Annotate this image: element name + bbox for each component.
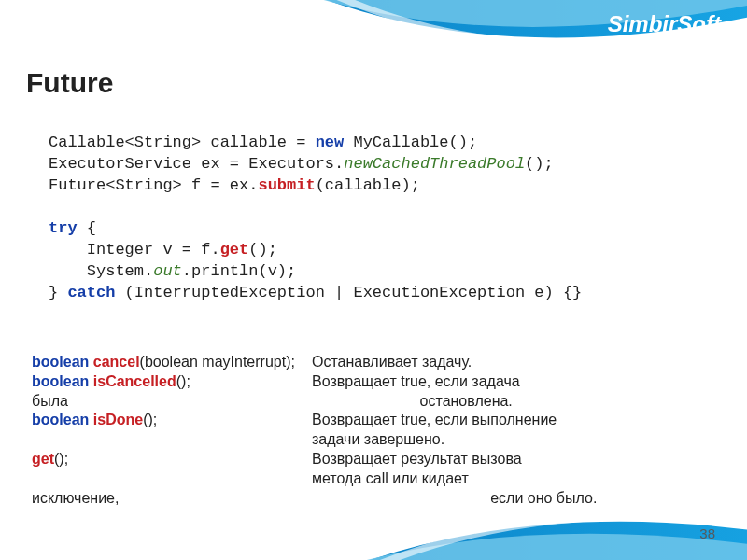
api-cont-left: исключение, — [32, 489, 312, 509]
api-cont-left: была — [32, 392, 312, 412]
code-text: System. — [49, 262, 153, 280]
table-row: исключение, если оно было. — [32, 489, 698, 509]
table-row: была остановлена. — [32, 392, 698, 412]
api-desc: Останавливает задачу. — [312, 353, 698, 372]
api-desc: Возвращает true, если выполнение — [312, 411, 698, 430]
brand-logo: SimbirSoft — [608, 11, 721, 37]
return-type: boolean — [32, 412, 93, 427]
table-row: boolean isDone(); Возвращает true, если … — [32, 411, 698, 430]
table-row: boolean isCancelled(); Возвращает true, … — [32, 372, 698, 392]
api-desc: Возвращает результат вызова — [312, 450, 698, 469]
code-text: MyCallable(); — [344, 133, 477, 151]
method-name: cancel — [93, 354, 140, 370]
field-out: out — [153, 262, 182, 280]
method-submit: submit — [258, 176, 315, 194]
table-row: boolean cancel(boolean mayInterrupt); Ос… — [32, 353, 698, 372]
code-text: (callable); — [316, 176, 420, 194]
api-signature: boolean isDone(); — [32, 411, 312, 430]
keyword-new: new — [316, 133, 345, 151]
table-row: get(); Возвращает результат вызова — [32, 450, 698, 469]
method-name: isCancelled — [93, 373, 176, 389]
method-name: get — [32, 451, 54, 467]
api-cont-right: задачи завершено. — [312, 430, 698, 450]
page-number: 38 — [699, 525, 715, 541]
api-signature: boolean cancel(boolean mayInterrupt); — [32, 353, 312, 372]
api-cont-right: остановлена. — [312, 392, 698, 412]
table-row: метода call или кидает — [32, 469, 698, 489]
return-type: boolean — [32, 373, 93, 389]
code-text: Callable<String> callable = — [49, 133, 316, 151]
code-block: Callable<String> callable = new MyCallab… — [49, 133, 698, 304]
code-text: .println(v); — [182, 262, 296, 280]
code-text: { — [78, 219, 96, 237]
code-text: Integer v = f. — [49, 241, 220, 259]
table-row: задачи завершено. — [32, 430, 698, 450]
method-args: (); — [54, 451, 68, 467]
api-table: boolean cancel(boolean mayInterrupt); Ос… — [32, 353, 698, 508]
method-args: (boolean mayInterrupt); — [140, 354, 295, 370]
code-text: ExecutorService ex = Executors. — [49, 155, 344, 173]
api-cont-right: метода call или кидает — [312, 469, 698, 489]
code-text: (InterruptedException | ExecutionExcepti… — [115, 284, 582, 301]
keyword-try: try — [49, 219, 78, 237]
api-cont-right: если оно было. — [312, 489, 698, 509]
method-get: get — [220, 241, 249, 259]
slide: SimbirSoft Future Callable<String> calla… — [0, 0, 747, 560]
code-text: } — [49, 284, 67, 301]
brand-text: SimbirSoft — [608, 11, 721, 36]
keyword-catch: catch — [67, 284, 115, 301]
method-args: (); — [176, 373, 190, 389]
code-blank — [49, 198, 58, 216]
api-desc: Возвращает true, если задача — [312, 372, 698, 392]
method-name: isDone — [93, 412, 143, 427]
api-signature: boolean isCancelled(); — [32, 372, 312, 392]
slide-title: Future — [26, 67, 113, 99]
return-type: boolean — [32, 354, 93, 370]
code-ident: newCachedThreadPool — [344, 155, 525, 173]
code-text: Future<String> f = ex. — [49, 176, 258, 194]
code-text: (); — [525, 155, 554, 173]
api-signature: get(); — [32, 450, 312, 469]
code-text: (); — [248, 241, 277, 259]
method-args: (); — [143, 412, 157, 427]
